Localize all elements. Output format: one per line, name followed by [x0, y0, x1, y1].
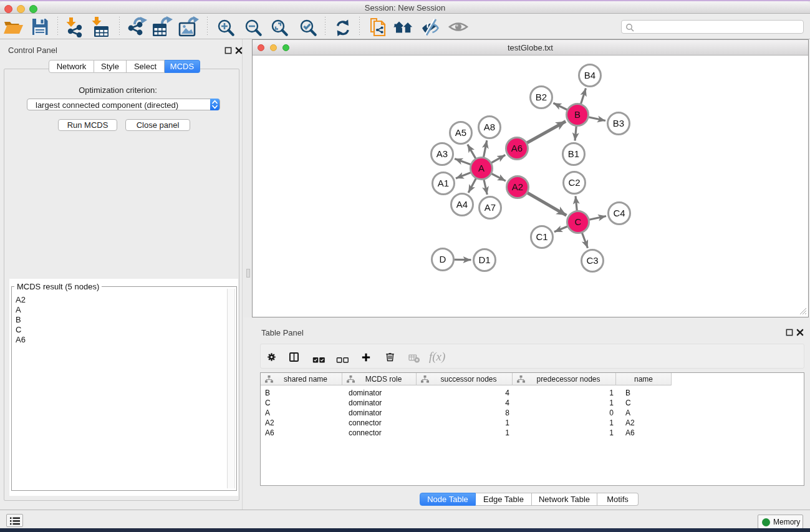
svg-text:A6: A6	[511, 143, 523, 153]
svg-text:C2: C2	[568, 177, 580, 188]
svg-text:B: B	[574, 109, 581, 120]
svg-text:A4: A4	[456, 199, 468, 210]
svg-text:A8: A8	[484, 122, 495, 132]
svg-text:A2: A2	[512, 181, 523, 192]
svg-text:A: A	[478, 163, 485, 173]
svg-text:C: C	[575, 216, 582, 227]
svg-text:B2: B2	[536, 92, 547, 102]
svg-text:D: D	[440, 254, 446, 264]
svg-text:A5: A5	[455, 127, 466, 138]
svg-text:B3: B3	[613, 118, 624, 128]
svg-text:B4: B4	[584, 70, 595, 80]
svg-text:B1: B1	[568, 148, 579, 159]
svg-text:C4: C4	[613, 208, 625, 218]
svg-text:C1: C1	[536, 231, 547, 242]
svg-text:A1: A1	[438, 178, 449, 188]
svg-text:A7: A7	[485, 202, 496, 213]
svg-text:C3: C3	[586, 255, 598, 266]
svg-text:A3: A3	[436, 148, 448, 159]
svg-text:D1: D1	[478, 254, 490, 265]
